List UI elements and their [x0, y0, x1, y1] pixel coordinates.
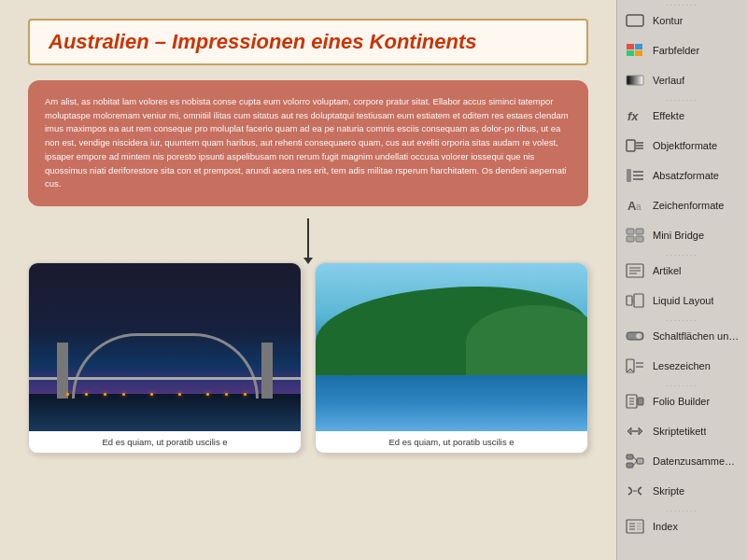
zeichenformate-icon: A a: [625, 197, 645, 214]
svg-rect-7: [627, 140, 635, 151]
folio-builder-label: Folio Builder: [653, 396, 710, 407]
page-title-box: Australien – Impressionen eines Kontinen…: [28, 19, 588, 65]
effekte-label: Effekte: [653, 110, 684, 121]
svg-line-43: [633, 461, 637, 466]
svg-rect-41: [637, 458, 643, 464]
text-box: Am alist, as nobitat lam volores es nobi…: [28, 80, 588, 206]
lesezeichen-icon: [625, 357, 645, 374]
skriptetikett-icon: [625, 423, 645, 440]
absatzformate-label: Absatzformate: [653, 170, 719, 181]
sidebar-item-folio-builder[interactable]: Folio Builder: [617, 386, 747, 416]
absatzformate-icon: [625, 167, 645, 184]
liquid-layout-label: Liquid Layout: [653, 295, 713, 306]
schaltflaechen-label: Schaltflächen und F…: [653, 330, 740, 342]
sidebar-item-verlauf[interactable]: Verlauf: [617, 65, 747, 95]
sidebar-item-objektformate[interactable]: Objektformate: [617, 131, 747, 161]
svg-point-29: [636, 333, 641, 339]
sidebar-item-liquid-layout[interactable]: Liquid Layout: [617, 286, 747, 315]
skripte-icon: [625, 483, 645, 499]
sidebar-item-effekte[interactable]: fx Effekte: [617, 101, 747, 131]
index-label: Index: [653, 521, 678, 532]
caption-left: Ed es quiam, ut poratib uscilis e: [29, 431, 301, 453]
sidebar-item-index[interactable]: Index: [617, 511, 747, 541]
image-bridge: [29, 263, 301, 431]
artikel-icon: [625, 262, 645, 279]
main-content: Australien – Impressionen eines Kontinen…: [0, 0, 616, 560]
skriptetikett-label: Skriptetikett: [653, 426, 706, 437]
arrow-line: [307, 218, 309, 259]
sidebar-item-skriptetikett[interactable]: Skriptetikett: [617, 416, 747, 446]
bridge-scene: [29, 263, 301, 431]
svg-rect-3: [627, 50, 634, 56]
sidebar-item-skripte[interactable]: Skripte: [617, 476, 747, 506]
svg-rect-26: [634, 294, 643, 307]
sidebar-item-schaltflaechen[interactable]: Schaltflächen und F…: [617, 321, 747, 351]
svg-rect-39: [627, 455, 633, 459]
svg-rect-19: [627, 236, 634, 242]
sidebar-item-artikel[interactable]: Artikel: [617, 256, 747, 286]
skripte-label: Skripte: [653, 485, 684, 497]
verlauf-icon: [625, 72, 645, 89]
svg-rect-0: [627, 15, 643, 26]
mini-bridge-icon: [625, 227, 645, 244]
svg-rect-25: [627, 296, 632, 305]
svg-rect-1: [627, 44, 634, 49]
svg-rect-4: [635, 50, 642, 56]
kontur-icon: [625, 12, 645, 29]
svg-text:fx: fx: [627, 109, 639, 123]
svg-rect-37: [638, 398, 643, 405]
svg-rect-18: [636, 229, 643, 234]
bridge-tower-left: [57, 343, 68, 399]
datenzusammen-label: Datenzusammenführ…: [653, 455, 740, 467]
farbfelder-icon: [625, 42, 645, 59]
sidebar-item-mini-bridge[interactable]: Mini Bridge: [617, 220, 747, 250]
svg-rect-11: [627, 169, 631, 182]
lesezeichen-label: Lesezeichen: [653, 360, 711, 371]
verlauf-label: Verlauf: [653, 75, 684, 86]
landscape-hill-secondary: [466, 305, 587, 380]
zeichenformate-label: Zeichenformate: [653, 200, 724, 211]
svg-rect-20: [636, 236, 643, 242]
bridge-deck: [29, 377, 301, 380]
landscape-water: [316, 375, 587, 431]
farbfelder-label: Farbfelder: [653, 45, 699, 56]
objektformate-icon: [625, 137, 645, 154]
sidebar-item-zeichenformate[interactable]: A a Zeichenformate: [617, 190, 747, 220]
schaltflaechen-icon: [625, 328, 645, 344]
sidebar-item-lesezeichen[interactable]: Lesezeichen: [617, 351, 747, 381]
sidebar-item-datenzusammen[interactable]: Datenzusammenführ…: [617, 446, 747, 476]
arrow-connector: [28, 216, 588, 262]
right-panel: Kontur Farbfelder Verlauf fx Effekte: [616, 0, 747, 560]
svg-rect-2: [635, 44, 642, 49]
sidebar-item-kontur[interactable]: Kontur: [617, 6, 747, 35]
image-landscape: [316, 263, 587, 431]
sidebar-item-absatzformate[interactable]: Absatzformate: [617, 161, 747, 190]
bridge-arch: [72, 333, 259, 399]
bridge-water: [29, 394, 301, 431]
image-container-right: Ed es quiam, ut poratib uscilis e: [315, 262, 588, 454]
body-text: Am alist, as nobitat lam volores es nobi…: [45, 95, 571, 191]
landscape-scene: [316, 263, 587, 431]
caption-right: Ed es quiam, ut poratib uscilis e: [316, 431, 587, 453]
folio-builder-icon: [625, 393, 645, 410]
svg-line-42: [633, 456, 637, 461]
bridge-tower-right: [261, 343, 273, 399]
svg-text:a: a: [636, 202, 641, 212]
effekte-icon: fx: [625, 107, 645, 124]
page-title: Australien – Impressionen eines Kontinen…: [49, 30, 568, 54]
svg-rect-17: [627, 229, 634, 234]
index-icon: [625, 518, 645, 535]
objektformate-label: Objektformate: [653, 140, 717, 151]
datenzusammen-icon: [625, 453, 645, 469]
mini-bridge-label: Mini Bridge: [653, 230, 704, 241]
kontur-label: Kontur: [653, 15, 683, 26]
svg-rect-5: [627, 76, 643, 85]
sidebar-item-farbfelder[interactable]: Farbfelder: [617, 35, 747, 65]
liquid-layout-icon: [625, 292, 645, 309]
artikel-label: Artikel: [653, 265, 682, 276]
svg-rect-40: [627, 463, 633, 468]
image-container-left: Ed es quiam, ut poratib uscilis e: [28, 262, 302, 454]
images-row: Ed es quiam, ut poratib uscilis e Ed es …: [28, 262, 588, 454]
